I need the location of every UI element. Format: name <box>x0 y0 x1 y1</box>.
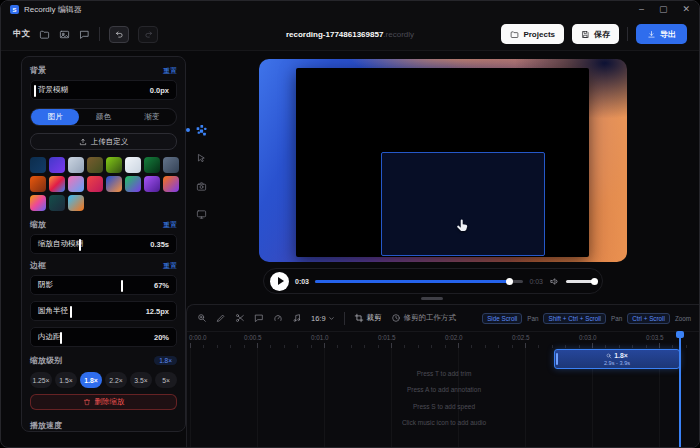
tab-gradient[interactable]: 渐变 <box>128 109 176 125</box>
projects-button[interactable]: Projects <box>501 24 564 44</box>
shortcut-action: Pan <box>611 315 622 322</box>
toolbar-divider <box>99 27 100 41</box>
video-preview[interactable] <box>259 59 627 262</box>
corner-radius-slider[interactable]: 圆角半径 12.5px <box>30 301 177 321</box>
monitor-icon <box>196 209 207 220</box>
chevron-down-icon <box>328 315 335 322</box>
minimize-button[interactable]: – <box>639 5 644 14</box>
music-icon[interactable] <box>292 313 302 323</box>
toolbar-divider-2 <box>627 27 628 41</box>
speed-track-hint: Press S to add speed <box>187 403 700 410</box>
wallpaper-thumb[interactable] <box>68 195 84 211</box>
open-folder-icon[interactable] <box>39 29 50 40</box>
wallpaper-thumb[interactable] <box>30 157 46 173</box>
volume-knob[interactable] <box>591 278 598 285</box>
slider-thumb[interactable] <box>79 239 81 251</box>
zoom-segment[interactable]: 1.8× 2.9s - 3.9s <box>554 349 680 369</box>
wallpaper-thumb[interactable] <box>49 176 65 192</box>
settings-sidebar: 背景 重置 背景模糊 0.0px 图片 颜色 渐变 上传自定义 <box>21 56 186 432</box>
zoom-reset-link[interactable]: 重置 <box>163 220 177 230</box>
wallpaper-thumb[interactable] <box>49 157 65 173</box>
ruler-tick-label: 0:02.5 <box>512 334 530 341</box>
wallpaper-thumb[interactable] <box>163 176 179 192</box>
padding-slider[interactable]: 内边距 20% <box>30 327 177 347</box>
zoom-option-3.5x[interactable]: 3.5× <box>130 372 152 388</box>
tab-color[interactable]: 颜色 <box>79 109 127 125</box>
zoom-effects-tool[interactable] <box>194 123 208 137</box>
save-icon <box>581 30 590 39</box>
wallpaper-thumb[interactable] <box>106 157 122 173</box>
timeline-zoom-icon[interactable] <box>197 313 207 323</box>
redo-button[interactable] <box>138 26 158 43</box>
slider-thumb[interactable] <box>60 332 62 344</box>
wallpaper-thumb[interactable] <box>106 176 122 192</box>
cursor-icon <box>196 153 207 164</box>
trim-help-button[interactable]: 修剪的工作方式 <box>391 313 457 323</box>
wallpaper-thumb[interactable] <box>163 157 179 173</box>
zoom-option-1.25x[interactable]: 1.25× <box>30 372 52 388</box>
zoom-region-selection[interactable] <box>381 152 545 256</box>
aspect-ratio-dropdown[interactable]: 16:9 <box>311 314 335 323</box>
seek-knob[interactable] <box>506 278 513 285</box>
upload-custom-button[interactable]: 上传自定义 <box>30 133 177 150</box>
shadow-slider[interactable]: 阴影 67% <box>30 275 177 295</box>
background-blur-slider[interactable]: 背景模糊 0.0px <box>30 80 177 100</box>
save-button[interactable]: 保存 <box>572 24 619 44</box>
close-button[interactable]: ✕ <box>682 5 690 14</box>
volume-slider[interactable] <box>566 280 596 283</box>
zoom-level-badge: 1.8× <box>154 356 177 365</box>
border-reset-link[interactable]: 重置 <box>163 261 177 271</box>
crop-button[interactable]: 裁剪 <box>354 313 382 323</box>
tab-image[interactable]: 图片 <box>31 109 79 125</box>
wallpaper-thumb[interactable] <box>125 176 141 192</box>
zoom-option-1.8x[interactable]: 1.8× <box>80 372 102 388</box>
scissors-icon[interactable] <box>235 313 245 323</box>
delete-zoom-button[interactable]: 删除缩放 <box>30 394 177 410</box>
background-type-tabs: 图片 颜色 渐变 <box>30 108 177 126</box>
speed-gauge-icon[interactable] <box>273 313 283 323</box>
screen-tool[interactable] <box>194 207 208 221</box>
slider-thumb[interactable] <box>70 306 72 318</box>
pen-icon[interactable] <box>216 313 226 323</box>
wallpaper-thumb[interactable] <box>125 157 141 173</box>
zoom-option-2.2x[interactable]: 2.2× <box>105 372 127 388</box>
annotation-icon[interactable] <box>254 313 264 323</box>
cursor-tool[interactable] <box>194 151 208 165</box>
wallpaper-thumb[interactable] <box>30 195 46 211</box>
wallpaper-thumb[interactable] <box>30 176 46 192</box>
trim-track-hint: Press T to add trim <box>187 370 700 377</box>
slider-thumb[interactable] <box>121 280 123 292</box>
playhead[interactable] <box>679 335 681 447</box>
wallpaper-thumb[interactable] <box>87 176 103 192</box>
feedback-icon[interactable] <box>79 29 90 40</box>
trash-icon <box>83 398 91 406</box>
language-button[interactable]: 中文 <box>13 28 30 40</box>
zoom-level-options: 1.25× 1.5× 1.8× 2.2× 3.5× 5× <box>30 372 177 388</box>
wallpaper-thumb[interactable] <box>49 195 65 211</box>
wallpaper-thumb[interactable] <box>144 157 160 173</box>
wallpaper-thumb[interactable] <box>68 176 84 192</box>
zoom-option-1.5x[interactable]: 1.5× <box>55 372 77 388</box>
camera-tool[interactable] <box>194 179 208 193</box>
wallpaper-thumb[interactable] <box>144 176 160 192</box>
screenshot-icon[interactable] <box>59 29 70 40</box>
slider-thumb[interactable] <box>34 85 36 97</box>
speaker-icon[interactable] <box>549 276 560 287</box>
seek-bar[interactable] <box>315 280 523 283</box>
maximize-button[interactable]: ▢ <box>659 5 668 14</box>
play-button[interactable] <box>270 272 289 291</box>
background-reset-link[interactable]: 重置 <box>163 66 177 76</box>
zoom-auto-blur-slider[interactable]: 缩放自动模糊 0.35s <box>30 234 177 254</box>
export-button[interactable]: 导出 <box>636 24 687 44</box>
audio-track-hint: Click music icon to add audio <box>187 419 700 426</box>
titlebar: S Recordly 编辑器 – ▢ ✕ <box>1 1 699 18</box>
recording-frame[interactable] <box>296 68 589 257</box>
wallpaper-thumb[interactable] <box>87 157 103 173</box>
panel-resize-handle[interactable] <box>421 297 443 300</box>
zoom-option-5x[interactable]: 5× <box>155 372 177 388</box>
timeline-ruler[interactable]: 0:00.0 0:00.5 0:01.0 0:01.5 0:02.0 0:02.… <box>187 332 700 348</box>
upload-custom-label: 上传自定义 <box>91 137 129 147</box>
upload-icon <box>79 138 87 146</box>
undo-button[interactable] <box>109 26 129 43</box>
wallpaper-thumb[interactable] <box>68 157 84 173</box>
